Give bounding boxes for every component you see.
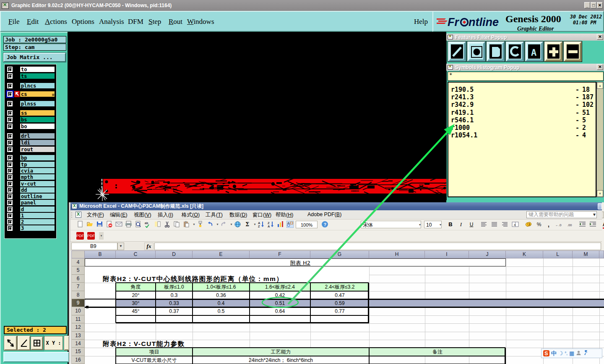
ge-menu-dfm[interactable]: DFM	[128, 18, 143, 26]
toolbar-undo-icon[interactable]	[206, 221, 213, 228]
layer-checkbox[interactable]	[7, 168, 13, 173]
ime-user-icon[interactable]	[576, 350, 581, 357]
features-filter-titlebar[interactable]: Features Filter Popup ✕	[446, 34, 604, 41]
fx-button[interactable]: fx	[144, 243, 154, 250]
layer-checkbox[interactable]	[7, 140, 13, 145]
sogou-icon[interactable]: S	[543, 350, 549, 356]
font-size-box[interactable]: 10▾	[424, 221, 442, 228]
symbol-row-r546.1[interactable]: r546.1-5	[451, 116, 596, 124]
toolbar-sum-dropdown-icon[interactable]: ▾	[253, 221, 257, 228]
excel-help-box[interactable]: 键入需要帮助的问题	[526, 211, 597, 218]
row-header-13[interactable]: 13	[71, 332, 85, 340]
layer-checkbox[interactable]	[7, 91, 13, 97]
ge-maximize-button[interactable]: □	[591, 2, 596, 8]
col-header-G[interactable]: G	[310, 250, 369, 258]
symbols-histogram-titlebar[interactable]: Symbols Histogram Popup ✕	[446, 64, 604, 71]
row-header-12[interactable]: 12	[71, 323, 85, 331]
layer-row-cvia[interactable]: cvia	[6, 168, 55, 174]
ime-toolbar[interactable]: S 中 ☽ °, ▦	[541, 349, 602, 358]
row-header-5[interactable]: 5	[71, 266, 85, 274]
toolbar-perm-icon[interactable]	[105, 221, 113, 228]
toolbar-redo-icon[interactable]	[220, 221, 227, 228]
layer-checkbox[interactable]	[7, 147, 13, 152]
col-header-K[interactable]: K	[506, 250, 543, 258]
zoom-tool-button[interactable]	[4, 336, 17, 350]
toolbar-cut-icon[interactable]	[163, 221, 171, 228]
excel-menu-0[interactable]: 文件(F)	[87, 212, 104, 219]
toolbar-align-left-icon[interactable]	[480, 221, 487, 228]
layer-row-v-cut[interactable]: v-cut	[6, 181, 55, 187]
layer-checkbox[interactable]	[7, 124, 13, 129]
col-header-C[interactable]: C	[116, 250, 156, 258]
excel-titlebar[interactable]: Microsoft Excel - CAM中心P3CAM制作规范.xls [只读…	[70, 202, 602, 210]
ge-menu-file[interactable]: File	[8, 18, 19, 26]
ime-mode-chinese[interactable]: 中	[551, 350, 557, 357]
layer-row-ss[interactable]: ss	[6, 110, 55, 116]
col-header-L[interactable]: L	[543, 250, 573, 258]
excel-minimize-button[interactable]	[598, 203, 602, 209]
filter-plus-button[interactable]	[544, 41, 563, 62]
ge-minimize-button[interactable]: _	[584, 2, 590, 8]
toolbar-copy-icon[interactable]	[173, 221, 180, 228]
toolbar-paste-dropdown-icon[interactable]: ▾	[192, 221, 196, 228]
ge-titlebar[interactable]: Graphic Editor 9.02c2 (00@HY-HYCAM-PC050…	[0, 0, 604, 11]
layer-checkbox[interactable]	[7, 181, 13, 186]
layer-row-d[interactable]: d	[6, 206, 55, 212]
ime-wrench-icon[interactable]	[583, 350, 588, 357]
toolbar-bold-icon[interactable]: B	[447, 221, 454, 228]
layer-row-bp[interactable]: bp	[6, 155, 55, 161]
layer-row-bs[interactable]: bs	[6, 116, 55, 123]
toolbar-comma-icon[interactable]: ,	[545, 221, 552, 228]
col-header-B[interactable]: B	[85, 250, 116, 258]
toolbar-underline-icon[interactable]: U	[468, 221, 475, 228]
filter-arc-button[interactable]	[505, 41, 524, 62]
layer-checkbox[interactable]	[7, 200, 13, 205]
row-header-4[interactable]: 4	[71, 258, 85, 266]
layer-checkbox[interactable]	[7, 117, 13, 122]
excel-menu-5[interactable]: 工具(T)	[206, 212, 223, 219]
toolbar-mail-icon[interactable]	[115, 221, 122, 228]
name-box-dropdown-icon[interactable]: ▼	[117, 243, 124, 250]
layer-row-mpth[interactable]: mpth	[6, 174, 55, 180]
toolbar-sortza-icon[interactable]: ZA	[267, 221, 274, 228]
layer-row-to[interactable]: to	[6, 66, 55, 72]
layer-checkbox[interactable]	[7, 207, 13, 212]
toolbar-inc-indent-icon[interactable]	[589, 221, 596, 228]
layer-checkbox[interactable]	[7, 101, 13, 106]
symbol-filter-input[interactable]: *	[448, 72, 604, 81]
layer-row-cs[interactable]: cs⊞	[6, 91, 55, 97]
toolbar-percent-icon[interactable]: %	[535, 221, 543, 228]
ge-menu-analysis[interactable]: Analysis	[99, 18, 124, 26]
toolbar-inc-decimal-icon[interactable]: ←.0.00	[555, 221, 562, 228]
toolbar-paste-icon[interactable]	[182, 221, 190, 228]
measure-tool-button[interactable]	[18, 336, 30, 350]
col-header-D[interactable]: D	[156, 250, 193, 258]
filter-surface-button[interactable]	[486, 41, 505, 62]
layer-row-tp[interactable]: tp	[6, 161, 55, 168]
row-header-15[interactable]: 15	[71, 348, 85, 356]
toolbar-help-icon[interactable]: ?	[321, 221, 328, 228]
ge-menu-options[interactable]: Options	[72, 18, 94, 26]
ge-menu-step[interactable]: Step	[148, 18, 161, 26]
col-header-I[interactable]: I	[425, 250, 469, 258]
toolbar-currency-icon[interactable]: $	[525, 221, 532, 228]
fill-handle[interactable]	[86, 306, 89, 308]
symbol-row-r1000[interactable]: r1000-2	[451, 124, 596, 132]
row-header-14[interactable]: 14	[71, 340, 85, 348]
layer-checkbox[interactable]	[7, 83, 13, 88]
job-matrix-button[interactable]: Job Matrix ...	[3, 53, 66, 62]
layer-checkbox[interactable]	[7, 187, 13, 193]
excel-menu-4[interactable]: 格式(O)	[182, 212, 200, 219]
layer-row-rout[interactable]: rout	[6, 146, 55, 152]
layer-row-2[interactable]: 2	[6, 219, 55, 225]
layer-checkbox[interactable]	[7, 225, 13, 231]
layer-checkbox[interactable]	[7, 110, 13, 116]
toolbar-research-icon[interactable]	[154, 221, 161, 228]
ge-close-button[interactable]: ✕	[597, 2, 603, 8]
filter-text-button[interactable]: A	[525, 41, 544, 62]
col-header-F[interactable]: F	[250, 250, 310, 258]
font-name-box[interactable]: 宋体▾	[361, 221, 421, 228]
layer-row-ldi[interactable]: ldi	[6, 139, 55, 146]
row-header-8[interactable]: 8	[71, 291, 85, 299]
layer-row-plncs[interactable]: plncs	[6, 83, 55, 89]
